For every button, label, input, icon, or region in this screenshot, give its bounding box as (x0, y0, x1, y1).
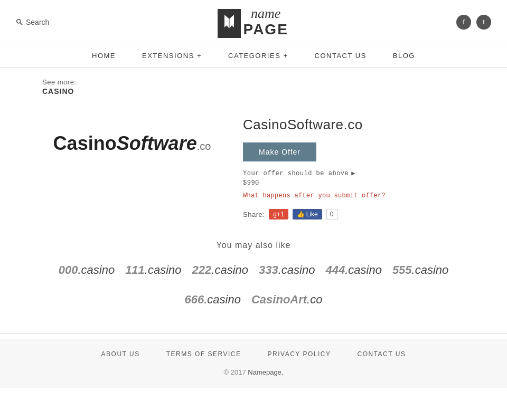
item-casinoart-num: CasinoArt (251, 293, 307, 306)
search-icon (16, 18, 23, 26)
make-offer-button[interactable]: Make Offer (243, 142, 316, 161)
item-222-ext: .casino (211, 263, 248, 276)
list-item-casinoart[interactable]: CasinoArt.co (251, 293, 322, 307)
item-444-num: 444 (325, 263, 345, 276)
logo-page: PAGE (243, 22, 288, 38)
list-item-444[interactable]: 444.casino (325, 263, 381, 277)
list-item-666[interactable]: 666.casino (185, 293, 241, 307)
main-content: CasinoSoftware.co CasinoSoftware.co Make… (0, 101, 507, 241)
gplus-label: g+1 (273, 211, 284, 218)
logo-casino-part: Casino (53, 132, 117, 154)
list-item-222[interactable]: 222.casino (192, 263, 248, 277)
footer-contact[interactable]: CONTACT US (357, 350, 406, 358)
item-casinoart-ext: .co (307, 293, 322, 306)
fb-like-label: Like (306, 211, 318, 218)
footer-about[interactable]: ABOUT US (101, 350, 140, 358)
logo-icon-wrapper (218, 9, 241, 35)
casino-link[interactable]: CASINO (42, 87, 465, 96)
footer: ABOUT US TERMS OF SERVICE PRIVACY POLICY… (0, 339, 507, 388)
footer-privacy[interactable]: PRIVACY POLICY (268, 350, 331, 358)
fb-thumb-icon: 👍 (297, 211, 305, 218)
item-333-num: 333 (259, 263, 278, 276)
item-111-ext: .casino (145, 263, 182, 276)
item-666-ext: .casino (204, 293, 241, 306)
arrow-icon: ▶ (351, 169, 355, 177)
nav-home[interactable]: HOME (92, 52, 116, 60)
svg-point-0 (17, 19, 21, 23)
share-label: Share: (243, 211, 265, 218)
footer-copyright: © 2017 Namepage. (16, 368, 491, 376)
offer-area: CasinoSoftware.co Make Offer Your offer … (243, 111, 465, 219)
offer-hint-text: Your offer should be above (243, 170, 349, 177)
also-like-section: You may also like 000.casino 111.casino … (0, 241, 507, 328)
item-555-num: 555 (392, 263, 412, 276)
item-666-num: 666 (185, 293, 204, 306)
brand-link[interactable]: Namepage. (248, 368, 283, 376)
logo: name PAGE (218, 6, 288, 37)
list-item-000[interactable]: 000.casino (59, 263, 115, 277)
logo-name: name (243, 6, 288, 22)
fb-count: 0 (326, 209, 337, 219)
copyright-text: © 2017 (224, 368, 248, 376)
gplus-button[interactable]: g+1 (269, 209, 288, 219)
item-444-ext: .casino (345, 263, 382, 276)
domain-logo-area: CasinoSoftware.co (42, 111, 222, 176)
share-row: Share: g+1 👍 Like 0 (243, 209, 465, 219)
nav-extensions[interactable]: EXTENSIONS + (142, 52, 202, 60)
nav-blog[interactable]: BLOG (393, 52, 415, 60)
also-like-title: You may also like (42, 241, 465, 250)
offer-hint: Your offer should be above ▶ (243, 169, 465, 177)
svg-line-1 (20, 23, 22, 25)
nav-categories[interactable]: CATEGORIES + (228, 52, 288, 60)
offer-amount: $990 (243, 179, 465, 187)
what-happens-link[interactable]: What happens after you submit offer? (243, 192, 465, 199)
item-111-num: 111 (125, 263, 145, 276)
list-item-111[interactable]: 111.casino (125, 263, 181, 277)
domain-logo: CasinoSoftware.co (53, 132, 211, 155)
facebook-link[interactable]: f (456, 15, 471, 30)
search-area[interactable]: Search (16, 18, 49, 26)
item-000-num: 000 (59, 263, 78, 276)
also-like-grid: 000.casino 111.casino 222.casino 333.cas… (42, 263, 465, 307)
logo-software-part: Software (117, 132, 197, 154)
item-555-ext: .casino (412, 263, 449, 276)
domain-title: CasinoSoftware.co (243, 117, 465, 133)
footer-terms[interactable]: TERMS OF SERVICE (166, 350, 241, 358)
twitter-link[interactable]: t (476, 15, 491, 30)
social-links: f t (456, 15, 491, 30)
fb-like-button[interactable]: 👍 Like (293, 209, 322, 219)
logo-text: name PAGE (243, 6, 288, 37)
list-item-333[interactable]: 333.casino (259, 263, 315, 277)
facebook-icon: f (463, 18, 465, 26)
main-nav: HOME EXTENSIONS + CATEGORIES + CONTACT U… (0, 44, 507, 68)
item-333-ext: .casino (278, 263, 315, 276)
twitter-icon: t (483, 18, 485, 26)
footer-links: ABOUT US TERMS OF SERVICE PRIVACY POLICY… (16, 350, 491, 358)
item-222-num: 222 (192, 263, 212, 276)
item-000-ext: .casino (78, 263, 115, 276)
list-item-555[interactable]: 555.casino (392, 263, 448, 277)
header: Search name PAGE f t (0, 0, 507, 44)
footer-divider (0, 333, 507, 333)
logo-icon (222, 14, 237, 31)
logo-co-ext: .co (197, 140, 211, 152)
nav-contact[interactable]: CONTACT US (315, 52, 367, 60)
breadcrumb: See more: CASINO (0, 68, 507, 101)
search-label: Search (26, 18, 49, 26)
see-more-label: See more: (42, 78, 76, 86)
